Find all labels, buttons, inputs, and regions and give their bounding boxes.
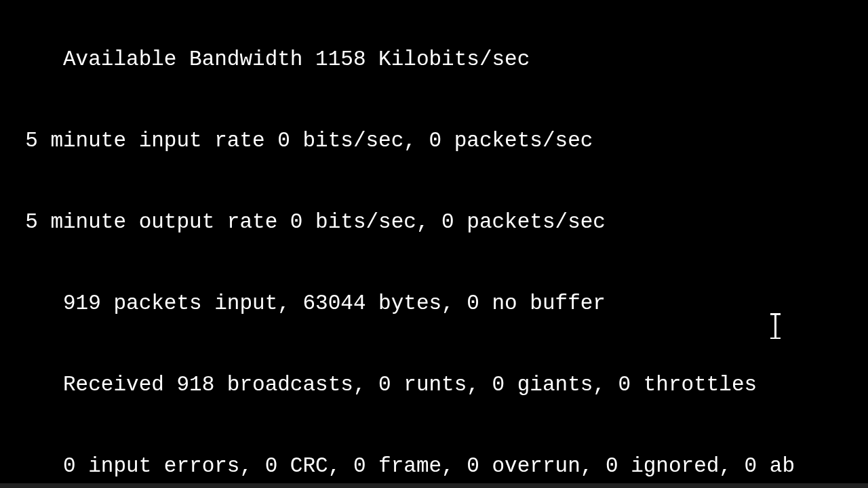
output-line: 0 input errors, 0 CRC, 0 frame, 0 overru…	[0, 453, 868, 480]
output-line: 5 minute input rate 0 bits/sec, 0 packet…	[0, 127, 868, 155]
terminal[interactable]: Available Bandwidth 1158 Kilobits/sec 5 …	[0, 0, 868, 488]
text-caret-icon	[774, 313, 776, 339]
output-line: 919 packets input, 63044 bytes, 0 no buf…	[0, 290, 868, 317]
output-line: 5 minute output rate 0 bits/sec, 0 packe…	[0, 209, 868, 236]
window-bottom-bar	[0, 483, 868, 488]
output-line: Received 918 broadcasts, 0 runts, 0 gian…	[0, 371, 868, 399]
output-line: Available Bandwidth 1158 Kilobits/sec	[0, 46, 868, 73]
